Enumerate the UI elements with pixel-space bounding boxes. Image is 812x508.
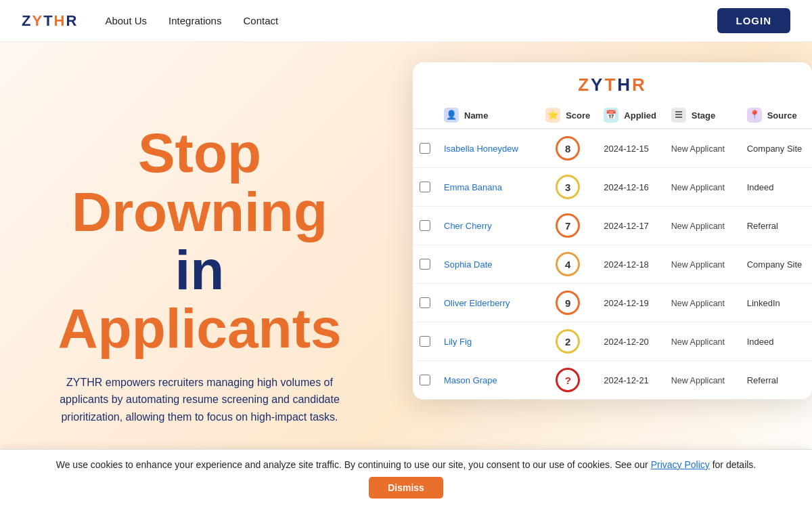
cookie-banner: We use cookies to enhance your experienc… [0,449,812,508]
cell-applied: 2024-12-20 [597,322,664,361]
cell-applied: 2024-12-21 [597,361,664,400]
nav-about[interactable]: About Us [105,15,147,26]
cell-stage: New Applicant [664,129,740,168]
applicant-name-link[interactable]: Isabella Honeydew [444,144,518,154]
hero-right: ZYTHR 👤 Name [413,42,812,508]
applied-icon: 📅 [604,108,618,123]
cell-check [413,284,437,322]
cell-stage: New Applicant [664,361,740,400]
row-checkbox-1[interactable] [420,182,430,192]
logo-z: Z [22,12,32,29]
score-circle: 4 [556,252,580,276]
applicant-name-link[interactable]: Lily Fig [444,337,472,347]
applicant-table: 👤 Name ⭐ Score 📅 [413,102,812,400]
cell-source: Referral [740,361,812,400]
hero-title-drowning: Drowning [58,183,341,241]
score-circle: 9 [556,291,580,315]
logo-r: R [66,12,78,29]
hero-title-applicants: Applicants [58,299,341,358]
cell-check [413,322,437,361]
table-row: Lily Fig 2 2024-12-20 New Applicant Inde… [413,322,812,361]
card-header: ZYTHR [413,62,812,102]
row-checkbox-6[interactable] [420,375,430,385]
hero-title-in: in [58,241,341,299]
table-row: Mason Grape ? 2024-12-21 New Applicant R… [413,361,812,400]
hero-title: Stop Drowning in Applicants [58,124,341,357]
cell-stage: New Applicant [664,207,740,245]
login-button[interactable]: LOGIN [717,8,791,33]
cell-source: Referral [740,207,812,245]
cell-name: Emma Banana [437,168,539,207]
navbar: ZYTHR About Us Integrations Contact LOGI… [0,0,812,42]
table-header-row: 👤 Name ⭐ Score 📅 [413,102,812,129]
col-header-score: ⭐ Score [539,102,597,129]
nav-links: About Us Integrations Contact [105,15,717,26]
main-content: Stop Drowning in Applicants ZYTHR empowe… [0,42,812,508]
logo-y: Y [32,12,43,29]
applicant-name-link[interactable]: Sophia Date [444,259,493,270]
cell-score: 3 [539,168,597,207]
table-row: Sophia Date 4 2024-12-18 New Applicant C… [413,245,812,284]
cell-score: 9 [539,284,597,322]
applicant-name-link[interactable]: Oliver Elderberry [444,298,510,308]
cell-name: Sophia Date [437,245,539,284]
col-header-source: 📍 Source [740,102,812,129]
cell-check [413,168,437,207]
cookie-text: We use cookies to enhance your experienc… [56,459,757,470]
score-circle: 2 [556,329,580,354]
cell-applied: 2024-12-15 [597,129,664,168]
cell-name: Cher Cherry [437,207,539,245]
cell-source: LinkedIn [740,284,812,322]
name-icon: 👤 [444,108,459,123]
cell-check [413,361,437,400]
nav-integrations[interactable]: Integrations [168,15,221,26]
row-checkbox-0[interactable] [420,143,430,154]
row-checkbox-2[interactable] [420,220,430,231]
col-header-name: 👤 Name [437,102,539,129]
cell-applied: 2024-12-17 [597,207,664,245]
cell-score: 2 [539,322,597,361]
score-icon: ⭐ [545,108,560,123]
cell-applied: 2024-12-16 [597,168,664,207]
cell-source: Indeed [740,168,812,207]
applicant-name-link[interactable]: Emma Banana [444,182,502,192]
logo-h: H [54,12,66,29]
cell-name: Isabella Honeydew [437,129,539,168]
hero-title-stop: Stop [58,124,341,182]
cell-score: ? [539,361,597,400]
cell-name: Lily Fig [437,322,539,361]
cell-check [413,129,437,168]
nav-contact[interactable]: Contact [243,15,278,26]
table-row: Emma Banana 3 2024-12-16 New Applicant I… [413,168,812,207]
score-circle: 8 [556,136,580,161]
cell-score: 8 [539,129,597,168]
cell-check [413,245,437,284]
stage-icon: ☰ [671,108,686,123]
cell-applied: 2024-12-18 [597,245,664,284]
dismiss-button[interactable]: Dismiss [369,477,443,499]
logo: ZYTHR [22,12,78,30]
row-checkbox-4[interactable] [420,297,430,308]
score-circle: 7 [556,213,580,238]
cell-score: 4 [539,245,597,284]
cell-stage: New Applicant [664,168,740,207]
table-row: Oliver Elderberry 9 2024-12-19 New Appli… [413,284,812,322]
cell-source: Company Site [740,129,812,168]
cell-check [413,207,437,245]
table-row: Isabella Honeydew 8 2024-12-15 New Appli… [413,129,812,168]
source-icon: 📍 [747,108,762,123]
applicant-name-link[interactable]: Mason Grape [444,375,497,385]
applicant-name-link[interactable]: Cher Cherry [444,221,492,231]
table-row: Cher Cherry 7 2024-12-17 New Applicant R… [413,207,812,245]
cell-source: Company Site [740,245,812,284]
col-header-check [413,102,437,129]
cell-score: 7 [539,207,597,245]
cell-stage: New Applicant [664,245,740,284]
privacy-policy-link[interactable]: Privacy Policy [651,459,710,470]
cell-name: Mason Grape [437,361,539,400]
logo-t: T [43,12,53,29]
row-checkbox-5[interactable] [420,336,430,347]
row-checkbox-3[interactable] [420,259,430,270]
col-header-applied: 📅 Applied [597,102,664,129]
cell-stage: New Applicant [664,322,740,361]
